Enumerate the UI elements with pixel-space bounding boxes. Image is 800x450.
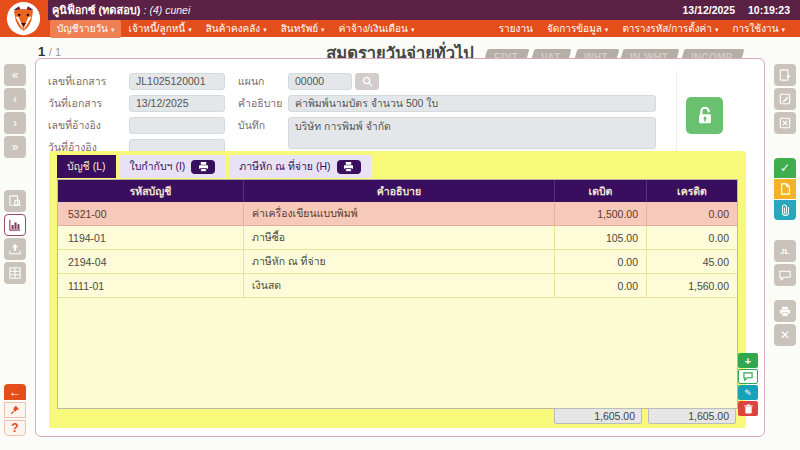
chevron-down-icon: ▾ [715,26,719,33]
add-row-button[interactable]: + [738,353,758,368]
edit-row-button[interactable]: ✎ [738,385,758,400]
table-grid-icon [9,267,21,279]
menu-label: การใช้งาน [732,23,778,34]
total-debit-field: 1,605.00 [554,408,642,424]
cell-credit: 1,560.00 [647,274,737,298]
table-view-button[interactable] [4,262,26,284]
upload-button[interactable] [4,238,26,260]
help-button[interactable]: ? [4,420,26,436]
doc-no-input[interactable]: JL1025120001 [129,73,225,90]
doc-no-label: เลขที่เอกสาร [48,73,106,90]
detail-tabs: บัญชี (L) ใบกำกับฯ (I) ภาษีหัก ณ ที่จ่าย… [57,155,371,178]
edit-document-button[interactable] [774,88,796,110]
total-credit-field: 1,605.00 [648,408,736,424]
attachment-button[interactable] [774,200,796,220]
ref-no-label: เลขที่อ้างอิง [48,117,101,134]
trash-icon [744,404,753,414]
chevron-down-icon: ▾ [321,26,325,33]
last-record-button[interactable]: » [4,136,26,158]
close-button[interactable]: ✕ [774,324,796,346]
print-wht-button[interactable] [337,160,361,174]
first-record-button[interactable]: « [4,64,26,86]
desc-label: คำอธิบาย [238,95,282,112]
note-label: บันทึก [238,117,265,134]
table-row[interactable]: 1194-01 ภาษีซื้อ 105.00 0.00 [58,226,737,250]
print-invoice-button[interactable] [191,160,215,174]
note-input[interactable]: บริษัท การพิมพ์ จำกัด [288,117,656,149]
cancel-document-button[interactable] [774,112,796,134]
approve-button[interactable]: ✓ [774,158,796,178]
ref-no-input[interactable] [129,117,225,134]
chat-bubble-icon [779,270,791,281]
menu-right: รายงาน จัดการข้อมูล▾ ตารางรหัส/การตั้งค่… [492,20,792,38]
tab-label: ใบกำกับฯ (I) [130,158,186,175]
next-record-button[interactable]: › [4,112,26,134]
header-account-code: รหัสบัญชี [58,180,244,202]
prev-record-button[interactable]: ‹ [4,88,26,110]
cell-account-code: 2194-04 [58,250,244,274]
menu-data-management[interactable]: จัดการข้อมูล▾ [540,20,615,38]
last-icon: » [12,140,19,154]
unlock-button[interactable] [686,97,723,134]
printer-icon [343,162,354,172]
printer-icon [198,162,209,172]
tab-accounts[interactable]: บัญชี (L) [57,155,116,178]
pin-button[interactable] [4,402,26,418]
unlocked-padlock-icon [694,105,716,127]
help-icon: ? [11,421,18,435]
comment-row-button[interactable] [738,369,758,384]
back-arrow-icon: ← [9,385,21,399]
cell-debit: 105.00 [555,226,647,250]
app-window: คูนิฟ็อกซ์ (ทดสอบ) : (4) cunei 13/12/202… [0,0,800,450]
menu-daily-journal[interactable]: บัญชีรายวัน▾ [50,20,121,38]
table-header-row: รหัสบัญชี คำอธิบาย เดบิต เครดิต [58,180,737,202]
cell-account-code: 1111-01 [58,274,244,298]
doc-date-input[interactable]: 13/12/2025 [129,95,225,112]
fox-logo[interactable] [6,1,41,36]
menu-payroll[interactable]: ค่าจ้าง/เงินเดือน▾ [332,20,422,38]
tab-withholding-tax[interactable]: ภาษีหัก ณ ที่จ่าย (H) [229,155,370,178]
document-copy-button[interactable] [774,179,796,199]
menu-label: สินค้าคงคลัง [206,23,261,34]
doc-date-label: วันที่เอกสาร [48,95,102,112]
table-row[interactable]: 1111-01 เงินสด 0.00 1,560.00 [58,274,737,298]
menu-usage[interactable]: การใช้งาน▾ [725,20,792,38]
menu-payable-receivable[interactable]: เจ้าหนี้/ลูกหนี้▾ [121,20,198,38]
menu-label: เจ้าหนี้/ลูกหนี้ [128,23,185,34]
print-button[interactable] [774,300,796,322]
back-button[interactable]: ← [4,384,26,400]
dept-label: แผนก [238,73,264,90]
tab-label: ภาษีหัก ณ ที่จ่าย (H) [239,158,330,175]
menu-assets[interactable]: สินทรัพย์▾ [274,20,332,38]
journal-link-button[interactable]: JL [774,240,796,262]
paperclip-icon [780,204,791,216]
tab-label: บัญชี (L) [67,158,106,175]
tab-invoice[interactable]: ใบกำกับฯ (I) [120,155,226,178]
search-document-button[interactable] [4,190,26,212]
table-row[interactable]: 2194-04 ภาษีหัก ณ ที่จ่าย 0.00 45.00 [58,250,737,274]
row-action-toolbar: + ✎ [738,353,758,416]
cell-description: เงินสด [244,274,555,298]
pushpin-icon [10,405,20,415]
dept-input[interactable]: 00000 [288,73,352,90]
table-row[interactable]: 5321-00 ค่าเครื่องเขียนแบบพิมพ์ 1,500.00… [58,202,737,226]
new-document-icon [779,69,791,81]
dept-search-button[interactable] [355,73,379,90]
menu-label: ค่าจ้าง/เงินเดือน [339,23,408,34]
menu-code-settings[interactable]: ตารางรหัส/การตั้งค่า▾ [615,20,725,38]
chat-bubble-icon [743,372,753,381]
check-icon: ✓ [780,161,790,175]
comments-button[interactable] [774,264,796,286]
pencil-icon: ✎ [744,388,752,398]
delete-row-button[interactable] [738,401,758,416]
chart-view-button[interactable] [4,214,26,236]
cell-account-code: 5321-00 [58,202,244,226]
menu-left: บัญชีรายวัน▾ เจ้าหนี้/ลูกหนี้▾ สินค้าคงค… [50,20,421,38]
menu-inventory[interactable]: สินค้าคงคลัง▾ [199,20,274,38]
new-document-button[interactable] [774,64,796,86]
cell-credit: 0.00 [647,226,737,250]
chevron-down-icon: ▾ [188,26,192,33]
journal-lines-table: รหัสบัญชี คำอธิบาย เดบิต เครดิต 5321-00 … [57,179,738,409]
menu-reports[interactable]: รายงาน [492,20,540,38]
desc-input[interactable]: ค่าพิมพ์นามบัตร จำนวน 500 ใบ [288,95,656,112]
